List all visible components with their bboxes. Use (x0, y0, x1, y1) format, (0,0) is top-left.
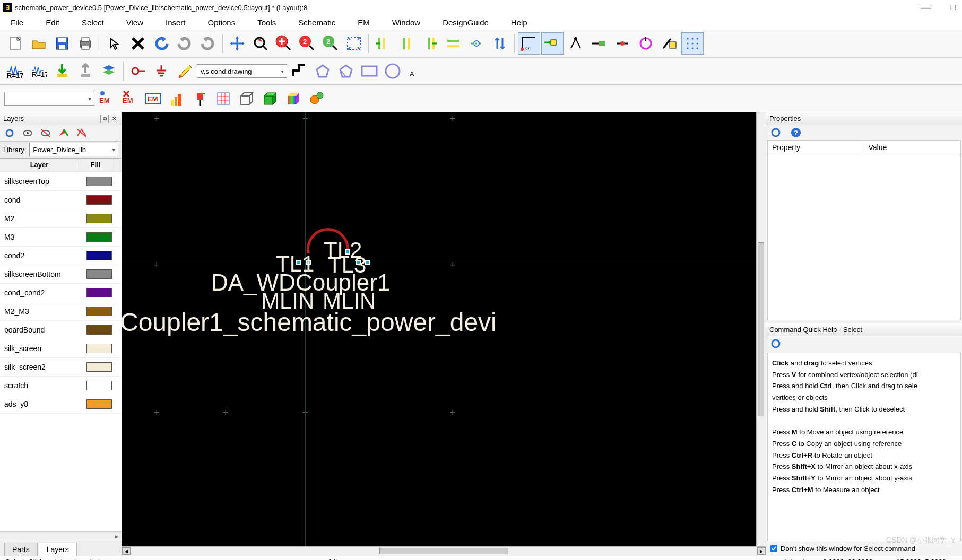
em-box-button[interactable]: EM (142, 88, 164, 110)
upload-button[interactable] (74, 60, 97, 82)
menu-file[interactable]: File (11, 18, 23, 27)
eye-icon[interactable] (22, 128, 33, 138)
layers-3d-button[interactable] (98, 60, 120, 82)
cube-wire-button[interactable] (236, 88, 258, 110)
menu-window[interactable]: Window (392, 18, 420, 27)
layout-canvas[interactable]: + + + + + + + + + TL2 TL1 TL3 DA_WDCoupl… (122, 112, 766, 546)
layer-row[interactable]: boardBound (0, 321, 122, 339)
eye-off-icon[interactable] (40, 128, 51, 138)
dont-show-checkbox[interactable] (770, 545, 777, 552)
distribute-button[interactable] (442, 32, 464, 55)
menu-em[interactable]: EM (358, 18, 370, 27)
gear-icon[interactable] (770, 127, 781, 138)
menu-insert[interactable]: Insert (166, 18, 186, 27)
layers-close-icon[interactable]: ✕ (110, 115, 118, 123)
layer-add-icon[interactable] (58, 128, 69, 138)
menu-edit[interactable]: Edit (46, 18, 59, 27)
align-r-button[interactable] (419, 32, 441, 55)
layer-row[interactable]: cond2 (0, 247, 122, 265)
layer-row[interactable]: scratch (0, 377, 122, 395)
step-button[interactable] (288, 60, 310, 82)
zoom-in-button[interactable] (273, 32, 295, 55)
menu-help[interactable]: Help (511, 18, 527, 27)
zoom-fit-button[interactable] (343, 32, 365, 55)
save-button[interactable] (51, 32, 73, 55)
menu-view[interactable]: View (126, 18, 143, 27)
r17-small-button[interactable]: R=17 (28, 60, 50, 82)
snap-button[interactable] (465, 32, 488, 55)
grid-snap-button[interactable] (541, 32, 564, 55)
layer-row[interactable]: M3 (0, 228, 122, 247)
layer-row[interactable]: silk_screen2 (0, 358, 122, 377)
canvas-hscroll[interactable]: ◄ ► (122, 546, 766, 556)
layer-row[interactable]: M2 (0, 209, 122, 228)
tab-layers[interactable]: Layers (39, 542, 77, 556)
poly-tool-button[interactable] (311, 60, 334, 82)
canvas-vscroll[interactable] (756, 112, 766, 546)
pencil-button[interactable] (174, 60, 196, 82)
layer-row[interactable]: silkscreenTop (0, 172, 122, 191)
menu-designguide[interactable]: DesignGuide (443, 18, 489, 27)
terminal-button[interactable] (127, 60, 149, 82)
open-button[interactable] (28, 32, 50, 55)
port-button[interactable] (189, 88, 211, 110)
mesh-button[interactable] (212, 88, 235, 110)
layer-combo[interactable]: v,s cond:drawing (197, 64, 287, 78)
print-button[interactable] (74, 32, 97, 55)
poly2-tool-button[interactable] (335, 60, 357, 82)
grid-dots-button[interactable] (681, 32, 704, 55)
align-c-button[interactable] (395, 32, 418, 55)
gear-icon[interactable] (4, 128, 15, 138)
redo2-button[interactable] (197, 32, 219, 55)
layers-popout-icon[interactable]: ⧉ (100, 115, 109, 123)
em-setup-button[interactable]: EM (96, 88, 118, 110)
flip-button[interactable] (489, 32, 511, 55)
zoom-out2-button[interactable]: 2 (319, 32, 342, 55)
delete-button[interactable] (127, 32, 149, 55)
maximize-button[interactable]: ❐ (950, 4, 957, 12)
scroll-left-icon[interactable]: ◄ (122, 547, 131, 555)
align-l-button[interactable] (372, 32, 394, 55)
layer-row[interactable]: silk_screen (0, 339, 122, 358)
history-combo[interactable] (4, 92, 94, 106)
scroll-right-icon[interactable]: ► (757, 547, 766, 555)
r17-button[interactable]: R=17 (4, 60, 27, 82)
zoom-in2-button[interactable]: 2 (296, 32, 318, 55)
scroll-right-icon[interactable]: ► (114, 533, 119, 539)
layer-row[interactable]: M2_M3 (0, 302, 122, 321)
circle-snap-button[interactable] (635, 32, 657, 55)
menu-schematic[interactable]: Schematic (298, 18, 335, 27)
layers-hscroll[interactable]: ► (0, 531, 122, 541)
layer-del-icon[interactable] (76, 128, 87, 138)
text-tool-button[interactable]: A (405, 60, 427, 82)
undo-button[interactable] (150, 32, 172, 55)
vertex-snap-button[interactable] (565, 32, 587, 55)
tangent-snap-button[interactable] (658, 32, 680, 55)
menu-select[interactable]: Select (82, 18, 104, 27)
layer-rows[interactable]: silkscreenTopcondM2M3cond2silkscreenBott… (0, 172, 122, 531)
menu-tools[interactable]: Tools (257, 18, 276, 27)
minimize-button[interactable]: — (921, 2, 931, 14)
zoom-area-button[interactable] (249, 32, 272, 55)
pointer-button[interactable] (103, 32, 126, 55)
redo-button[interactable] (174, 32, 196, 55)
help-icon[interactable]: ? (791, 127, 801, 138)
cube-green-button[interactable] (259, 88, 281, 110)
mid-snap-button[interactable] (611, 32, 634, 55)
grid-origin-button[interactable]: o (518, 32, 540, 55)
layer-row[interactable]: cond (0, 191, 122, 209)
edge-snap-button[interactable] (588, 32, 610, 55)
layer-row[interactable]: ads_y8 (0, 395, 122, 414)
rect-tool-button[interactable] (358, 60, 380, 82)
ground-button[interactable] (150, 60, 172, 82)
pan-button[interactable] (226, 32, 248, 55)
menu-options[interactable]: Options (208, 18, 236, 27)
gear-icon[interactable] (770, 338, 781, 349)
bars-button[interactable] (166, 88, 188, 110)
library-combo[interactable]: Power_Divice_lib (29, 143, 118, 156)
download-button[interactable] (51, 60, 73, 82)
layer-row[interactable]: cond_cond2 (0, 284, 122, 302)
em-del-button[interactable]: EM (119, 88, 141, 110)
new-button[interactable] (4, 32, 27, 55)
gear2-button[interactable] (306, 88, 328, 110)
